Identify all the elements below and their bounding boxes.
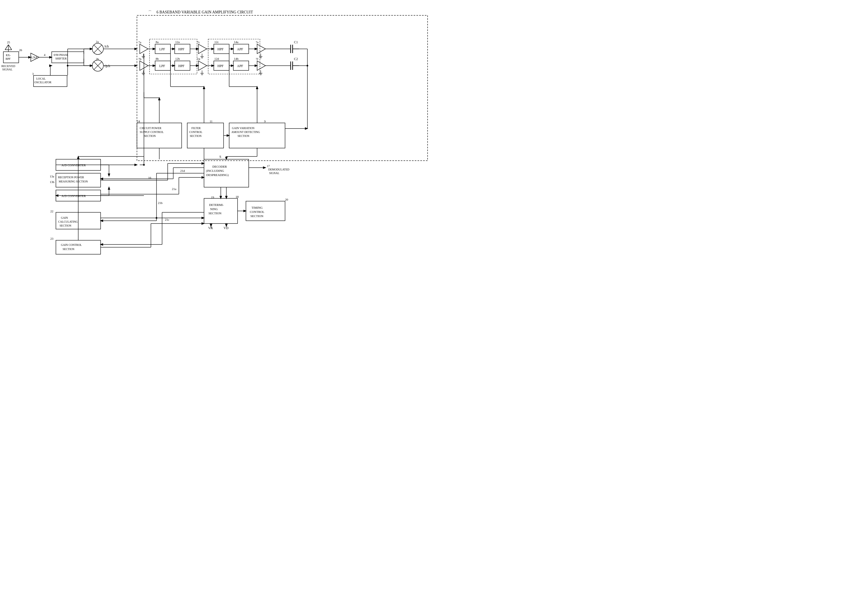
svg-text:SIGNAL: SIGNAL xyxy=(269,172,279,175)
label-13b: 13b xyxy=(50,180,54,184)
svg-text:OSCILLATOR: OSCILLATOR xyxy=(34,81,51,84)
svg-line-5 xyxy=(8,45,12,50)
label-14a: 14a xyxy=(234,40,239,43)
circuit-svg: 6 BASEBAND VARIABLE GAIN AMPLIFYING CIRC… xyxy=(0,0,434,306)
hpf-12a-label: HPF xyxy=(178,47,184,51)
label-7d: 7d xyxy=(197,57,200,60)
apf-14b-label: APF xyxy=(237,64,243,68)
label-11: 11 xyxy=(209,119,213,123)
label-7c: 7c xyxy=(197,40,200,44)
svg-rect-140 xyxy=(56,240,101,254)
svg-text:SUPPLY CONTROL: SUPPLY CONTROL xyxy=(140,130,164,133)
label-7e: 7e xyxy=(256,40,259,44)
svg-point-31 xyxy=(67,65,68,67)
svg-marker-75 xyxy=(257,44,265,54)
label-VD: VD xyxy=(223,226,229,230)
label-12c: 12c xyxy=(214,40,219,43)
label-14b: 14b xyxy=(234,57,239,60)
decoder-label: DECODER xyxy=(212,165,227,168)
determining-label: DETERMI- xyxy=(209,203,224,206)
label-21b: 21b xyxy=(158,201,163,204)
svg-text:(INCLUDING: (INCLUDING xyxy=(206,169,224,173)
svg-marker-54 xyxy=(198,44,207,54)
label-7f: 7f xyxy=(256,57,259,60)
svg-line-4 xyxy=(5,45,8,50)
svg-rect-0 xyxy=(137,15,428,161)
label-26: 26 xyxy=(19,48,22,52)
svg-point-125 xyxy=(143,164,145,166)
label-22: 22 xyxy=(50,209,53,213)
svg-text:SECTION: SECTION xyxy=(190,135,202,138)
hpf-12d-label: HPF xyxy=(217,64,223,68)
local-osc-label: LOCAL xyxy=(36,77,45,80)
lna-label: LNA xyxy=(31,56,38,59)
circuit-diagram: 6 BASEBAND VARIABLE GAIN AMPLIFYING CIRC… xyxy=(0,0,434,306)
label-21d: 21d xyxy=(180,169,185,172)
label-20: 20 xyxy=(285,198,288,201)
svg-text:SIGNAL: SIGNAL xyxy=(2,68,12,71)
ich-label: Ich xyxy=(104,45,109,48)
svg-text:CONTROL: CONTROL xyxy=(250,210,264,214)
ad-converter-2-label: A/D CONVERTER xyxy=(62,194,86,198)
qch-label: Qch xyxy=(104,64,110,68)
phase-shifter-label: 0/90 PHASE xyxy=(54,53,68,56)
svg-text:SECTION: SECTION xyxy=(144,135,156,138)
svg-text:MEASURING SECTION: MEASURING SECTION xyxy=(59,180,88,183)
label-C1: C1 xyxy=(294,40,298,44)
gain-variation-label: GAIN VARIATION xyxy=(232,127,254,130)
filter-control-label: FILTER xyxy=(191,127,201,130)
hpf-12c-label: HPF xyxy=(217,47,223,51)
svg-marker-33 xyxy=(140,44,148,54)
label-3: 3 xyxy=(32,72,34,76)
svg-marker-60 xyxy=(198,61,207,70)
svg-text:SECTION: SECTION xyxy=(237,135,249,138)
label-19: 19 xyxy=(211,196,214,199)
label-2b: 2b xyxy=(96,57,99,60)
svg-text:DESPREADING): DESPREADING) xyxy=(206,173,229,177)
timing-control-label: TIMING xyxy=(251,206,263,209)
label-4: 4 xyxy=(44,53,45,56)
label-12d: 12d xyxy=(214,57,219,60)
label-18: 18 xyxy=(236,195,239,198)
label-7a: 7a xyxy=(138,40,141,44)
label-VX: VX xyxy=(208,226,213,230)
svg-text:SHIFTER: SHIFTER xyxy=(55,57,67,60)
svg-marker-81 xyxy=(257,61,265,70)
svg-point-117 xyxy=(307,65,308,67)
ad-converter-1-label: A/D CONVERTER xyxy=(62,163,86,167)
label-7b: 7b xyxy=(138,57,142,60)
lpf-8a-label: LPF xyxy=(159,47,165,51)
svg-rect-142 xyxy=(204,198,237,223)
label-8b: 8b xyxy=(156,57,159,60)
received-signal-label: RECEIVED xyxy=(2,65,15,68)
reception-power-label: RECEPTION POWER xyxy=(58,176,84,179)
svg-text:SECTION: SECTION xyxy=(250,214,264,218)
label-C2: C2 xyxy=(294,57,298,61)
rx-bpf-label: RX- xyxy=(6,54,11,57)
lpf-8b-label: LPF xyxy=(159,64,165,68)
label-S: S xyxy=(219,155,221,159)
svg-text:SECTION: SECTION xyxy=(59,224,71,227)
label-21a: 21a xyxy=(172,187,176,190)
label-9: 9 xyxy=(264,119,266,123)
circuit-title: 6 BASEBAND VARIABLE GAIN AMPLIFYING CIRC… xyxy=(157,10,253,14)
label-13a: 13a xyxy=(50,175,54,178)
label-21c: 21c xyxy=(165,218,169,221)
label-24: 24 xyxy=(137,119,140,123)
svg-text:CALCULATING: CALCULATING xyxy=(58,220,78,223)
apf-14a-label: APF xyxy=(237,47,243,51)
svg-text:CONTROL: CONTROL xyxy=(189,130,202,133)
label-23: 23 xyxy=(50,237,54,240)
circuit-power-label: CIRCUIT POWER xyxy=(140,127,161,130)
antenna-label-25: 25 xyxy=(7,40,10,44)
gain-control-label: GAIN CONTROL xyxy=(61,243,82,246)
label-12a: 12a xyxy=(175,40,180,43)
svg-text:DEMODULATED: DEMODULATED xyxy=(268,168,290,171)
svg-text:SECTION: SECTION xyxy=(63,248,74,251)
svg-text:⌒: ⌒ xyxy=(148,10,152,14)
label-2a: 2a xyxy=(96,40,99,43)
demodulated-signal-label: 17 xyxy=(267,164,270,168)
svg-text:AMOUNT DETECTING: AMOUNT DETECTING xyxy=(231,130,260,133)
svg-point-169 xyxy=(156,217,157,219)
hpf-12b-label: HPF xyxy=(178,64,184,68)
